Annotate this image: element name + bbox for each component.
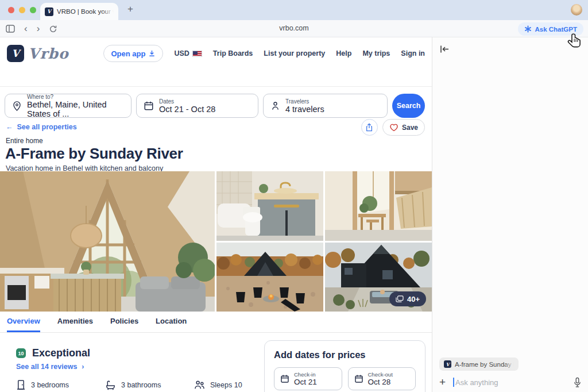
listing-title: A-Frame by Sunday River (5, 145, 183, 163)
vrbo-page: V Vrbo Open app USD Trip Boards List you… (0, 37, 432, 392)
openai-logo-icon (524, 25, 532, 33)
save-button[interactable]: Save (382, 119, 425, 136)
where-label: Where to? (27, 94, 124, 100)
new-tab-button[interactable]: + (127, 3, 133, 15)
browser-tab-bar: V VRBO | Book your vacat + (0, 0, 588, 20)
photo-firepit[interactable] (216, 243, 323, 312)
browser-toolbar: ‹ › vrbo.com Ask ChatGPT (0, 20, 588, 37)
vrbo-favicon-icon: V (444, 360, 451, 368)
search-button[interactable]: Search (392, 94, 425, 118)
travelers-field[interactable]: Travelers 4 travelers (263, 94, 388, 118)
nav-help[interactable]: Help (336, 49, 351, 57)
listing-actions: Save (361, 119, 425, 136)
checkout-field[interactable]: Check-out Oct 28 (348, 367, 416, 390)
screenshot-frame: V VRBO | Book your vacat + ‹ › vrbo.com … (0, 0, 588, 392)
fact-bathrooms: 3 bathrooms (105, 380, 194, 390)
ask-chatgpt-label: Ask ChatGPT (535, 26, 578, 33)
nav-list-your-property[interactable]: List your property (264, 49, 325, 57)
text-caret (453, 378, 454, 387)
share-button[interactable] (361, 119, 378, 136)
dates-field[interactable]: Dates Oct 21 - Oct 28 (136, 94, 258, 118)
chevron-right-icon: › (82, 363, 84, 371)
chatgpt-sidebar: V A-frame by Sunday R + (432, 37, 588, 392)
door-icon (16, 379, 26, 390)
booking-heading: Add dates for prices (274, 349, 416, 360)
zoom-window-button[interactable] (30, 7, 36, 13)
us-flag-icon (192, 51, 202, 57)
see-all-properties-link[interactable]: ← See all properties (6, 123, 77, 131)
calendar-icon (280, 374, 289, 383)
photo-interior-nook[interactable] (325, 171, 432, 241)
rating-label: Exceptional (32, 347, 90, 359)
vrbo-favicon-icon: V (45, 7, 53, 16)
travelers-value: 4 travelers (285, 105, 324, 114)
mouse-cursor-hand (566, 33, 583, 51)
listing-tabs: Overview Amenities Policies Location (7, 317, 187, 332)
site-header: V Vrbo Open app USD Trip Boards List you… (0, 37, 432, 70)
photo-count-badge[interactable]: 40+ (389, 291, 426, 306)
property-type: Entire home (6, 137, 43, 145)
window-controls (8, 7, 36, 13)
bathtub-icon (105, 380, 116, 390)
person-icon (270, 101, 280, 111)
tab-location[interactable]: Location (156, 317, 187, 332)
location-pin-icon (12, 101, 22, 112)
tab-overview[interactable]: Overview (7, 317, 40, 332)
search-bar: Where to? Bethel, Maine, United States o… (5, 94, 425, 118)
dates-value: Oct 21 - Oct 28 (159, 105, 215, 114)
photo-gallery: 40+ (0, 171, 432, 312)
attach-plus-icon[interactable]: + (439, 376, 446, 389)
nav-trip-boards[interactable]: Trip Boards (213, 49, 253, 57)
where-field[interactable]: Where to? Bethel, Maine, United States o… (5, 94, 131, 118)
travelers-label: Travelers (285, 98, 324, 105)
composer: + (439, 374, 582, 390)
context-chip-label: A-frame by Sunday R (455, 361, 514, 368)
people-icon (194, 380, 205, 390)
ask-anything-input[interactable] (455, 378, 572, 387)
tab-title: VRBO | Book your vacat (57, 8, 114, 15)
rating-badge: 10 (16, 348, 26, 358)
back-arrow-icon: ← (6, 123, 13, 131)
profile-avatar[interactable] (571, 4, 582, 16)
vrbo-logo-mark-icon: V (7, 45, 24, 62)
dates-label: Dates (159, 98, 215, 105)
heart-icon (389, 123, 399, 132)
address-bar[interactable]: vrbo.com (0, 24, 588, 32)
photo-main-interior[interactable] (0, 171, 215, 312)
header-divider (0, 86, 432, 87)
property-facts: 3 bedrooms 3 bathrooms Sleeps 10 (16, 379, 242, 390)
fact-sleeps: Sleeps 10 (194, 380, 242, 390)
chip-fade (505, 361, 514, 368)
site-nav: Open app USD Trip Boards List your prope… (103, 45, 425, 62)
calendar-icon (354, 374, 363, 383)
calendar-icon (144, 101, 154, 111)
fact-bedrooms: 3 bedrooms (16, 379, 105, 390)
checkin-field[interactable]: Check-in Oct 21 (274, 367, 342, 390)
vrbo-logo[interactable]: V Vrbo (7, 45, 69, 62)
currency-selector[interactable]: USD (174, 49, 202, 57)
browser-tab[interactable]: V VRBO | Book your vacat (40, 3, 118, 20)
photos-icon (396, 295, 404, 302)
minimize-window-button[interactable] (19, 7, 25, 13)
tab-amenities[interactable]: Amenities (57, 317, 93, 332)
tab-policies[interactable]: Policies (110, 317, 138, 332)
vrbo-wordmark: Vrbo (28, 45, 69, 62)
nav-my-trips[interactable]: My trips (362, 49, 390, 57)
microphone-icon[interactable] (572, 377, 582, 388)
context-chip[interactable]: V A-frame by Sunday R (439, 358, 519, 371)
photo-bathroom[interactable] (216, 171, 323, 241)
reviews-link[interactable]: See all 14 reviews › (16, 363, 84, 371)
nav-sign-in[interactable]: Sign in (401, 49, 425, 57)
open-app-button[interactable]: Open app (103, 45, 164, 62)
tab-title-fade (101, 8, 114, 15)
photo-exterior[interactable]: 40+ (325, 243, 432, 312)
booking-card: Add dates for prices Check-in Oct 21 (264, 340, 425, 392)
tabs-divider (0, 332, 432, 333)
where-value: Bethel, Maine, United States of ... (27, 100, 124, 118)
collapse-sidebar-icon[interactable] (440, 45, 450, 53)
download-icon (149, 50, 155, 57)
close-window-button[interactable] (8, 7, 14, 13)
